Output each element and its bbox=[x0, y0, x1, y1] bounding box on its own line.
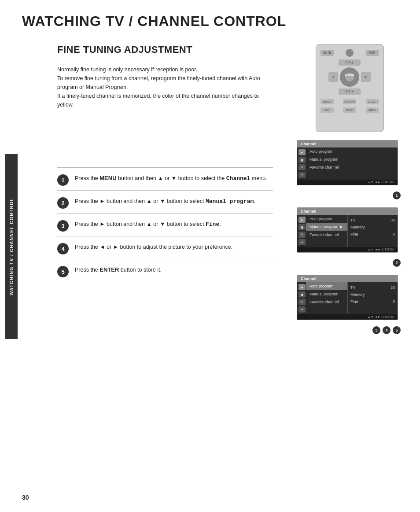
s3-icon-2: ◼ bbox=[298, 291, 306, 298]
screen2-row-tv: TV30 bbox=[350, 217, 395, 224]
ch-down-button: CH ▼ bbox=[339, 88, 361, 95]
remote-circle-button bbox=[346, 49, 354, 57]
screen1-item-2: Favorite channel bbox=[306, 163, 398, 171]
screen3-item-1: Manual program bbox=[306, 290, 347, 298]
s2-icon-4: ✦ bbox=[298, 239, 306, 245]
step-5-number: 5 bbox=[57, 266, 69, 277]
s2-icon-1: ▶ bbox=[298, 217, 306, 223]
step-5-text: Press the ENTER button to store it. bbox=[75, 265, 162, 275]
step-5: 5 Press the ENTER button to store it. bbox=[57, 259, 273, 282]
diagram-label-3: 3 bbox=[372, 326, 380, 334]
icon-2: ◼ bbox=[298, 157, 306, 163]
s2-icon-3: ✎ bbox=[298, 232, 306, 238]
step-1-text: Press the MENU button and then ▲ or ▼ bu… bbox=[75, 174, 267, 184]
screen1-item-1: Manual program bbox=[306, 155, 398, 163]
screen-diagram-2: Channel ▶ ◼ ✎ ✦ Auto program Manual prog… bbox=[297, 207, 402, 267]
section-title: FINE TUNING ADJUSTMENT bbox=[57, 44, 192, 55]
diagram-label-4: 4 bbox=[383, 326, 391, 334]
screen2-item-0: Auto program bbox=[306, 215, 347, 223]
icon-3: ✎ bbox=[298, 164, 306, 170]
step-4-number: 4 bbox=[57, 243, 69, 254]
step-1: 1 Press the MENU button and then ▲ or ▼ … bbox=[57, 167, 273, 190]
screen-2-right: TV30 Memory Fine0 bbox=[348, 215, 398, 247]
screen-1-title: Channel bbox=[297, 140, 398, 147]
screen3-row-tv: TV30 bbox=[350, 284, 395, 291]
step-1-number: 1 bbox=[57, 174, 69, 186]
screen-3-title: Channel bbox=[297, 275, 398, 282]
fcr-button: FCR bbox=[366, 50, 379, 56]
screen-3: Channel ▶ ◼ ✎ ✦ Auto program Manual prog… bbox=[297, 275, 398, 320]
screen-3-right: TV30 Memory Fine0 bbox=[348, 282, 398, 314]
bottom-line bbox=[22, 492, 405, 493]
dasp-button: DASP bbox=[343, 107, 356, 113]
screen-2: Channel ▶ ◼ ✎ ✦ Auto program Manual prog… bbox=[297, 207, 398, 253]
step-4-text: Press the ◄ or ► button to adjust the pi… bbox=[75, 243, 232, 251]
screen-2-footer: ▲▼ ◄► ⊙ MENU bbox=[297, 247, 398, 252]
step-3-text: Press the ► button and then ▲ or ▼ butto… bbox=[75, 220, 221, 229]
step-3: 3 Press the ► button and then ▲ or ▼ but… bbox=[57, 213, 273, 236]
diagrams-area: MUTE FCR CH ▲ ◄ ENTER ► CH ▼ bbox=[297, 44, 402, 342]
s3-icon-1: ▶ bbox=[298, 284, 306, 290]
screen3-row-memory: Memory bbox=[350, 291, 395, 298]
remote-box: MUTE FCR CH ▲ ◄ ENTER ► CH ▼ bbox=[316, 44, 384, 132]
vol-right-button: ► bbox=[361, 72, 371, 82]
enter-button: ENTER bbox=[340, 67, 359, 87]
step-4: 4 Press the ◄ or ► button to adjust the … bbox=[57, 236, 273, 259]
s3-icon-3: ✎ bbox=[298, 299, 306, 305]
icon-1: ▶ bbox=[298, 149, 306, 155]
ch-up-button: CH ▲ bbox=[339, 59, 361, 66]
step-3-number: 3 bbox=[57, 220, 69, 232]
diagram-label-1: 1 bbox=[393, 192, 401, 199]
remote-control-diagram: MUTE FCR CH ▲ ◄ ENTER ► CH ▼ bbox=[297, 44, 402, 132]
screen2-item-1: Manual program ► bbox=[306, 223, 347, 231]
diagram-label-5: 5 bbox=[393, 326, 401, 334]
step-2-text: Press the ► button and then ▲ or ▼ butto… bbox=[75, 197, 255, 206]
screen-diagram-3: Channel ▶ ◼ ✎ ✦ Auto program Manual prog… bbox=[297, 275, 402, 334]
step-2-number: 2 bbox=[57, 197, 69, 209]
screen-1-footer: ▲▼ ◄► ⊙ MENU bbox=[297, 180, 398, 185]
page-number: 30 bbox=[22, 494, 29, 501]
screen-3-footer: ▲▼ ◄► ⊙ MENU bbox=[297, 314, 398, 320]
s3-icon-4: ✦ bbox=[298, 306, 306, 313]
apc-button: APC bbox=[321, 107, 334, 113]
s2-icon-2: ◼ bbox=[298, 224, 306, 230]
steps-area: 1 Press the MENU button and then ▲ or ▼ … bbox=[57, 167, 273, 282]
screen3-row-fine: Fine0 bbox=[350, 298, 395, 305]
icon-4: ✦ bbox=[298, 172, 306, 178]
diagram-label-2: 2 bbox=[393, 259, 401, 267]
screen-diagram-1: Channel ▶ ◼ ✎ ✦ Auto program Manual prog… bbox=[297, 140, 402, 199]
step-2: 2 Press the ► button and then ▲ or ▼ but… bbox=[57, 190, 273, 213]
screen2-row-fine: Fine0 bbox=[350, 231, 395, 238]
screen-1: Channel ▶ ◼ ✎ ✦ Auto program Manual prog… bbox=[297, 140, 398, 185]
mute-button: MUTE bbox=[321, 50, 334, 56]
screen-2-title: Channel bbox=[297, 208, 398, 215]
menu-button: MENU bbox=[321, 99, 334, 104]
intro-text: Normally fine tuning is only necessary i… bbox=[57, 65, 273, 109]
sidebar-label: WATCHING TV / CHANNEL CONTROL bbox=[5, 154, 18, 339]
sleep-button: SLEEP bbox=[366, 99, 379, 104]
page-title: WATCHING TV / CHANNEL CONTROL bbox=[22, 13, 286, 29]
arcplus-button: ARC/+ bbox=[366, 107, 379, 113]
screen3-item-0: Auto program bbox=[306, 282, 347, 290]
screen1-item-0: Auto program bbox=[306, 147, 398, 155]
screen2-item-2: Favorite channel bbox=[306, 231, 347, 239]
review-button: REVIEW bbox=[343, 99, 356, 104]
screen2-row-memory: Memory bbox=[350, 224, 395, 231]
vol-left-button: ◄ bbox=[328, 72, 338, 82]
screen3-item-2: Favorite channel bbox=[306, 298, 347, 306]
